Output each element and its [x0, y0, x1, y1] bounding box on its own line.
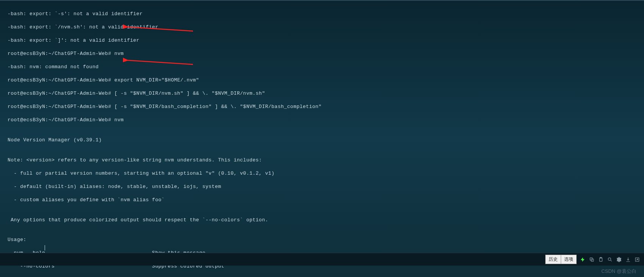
gear-icon[interactable]: [616, 257, 622, 263]
terminal-line: root@ecsB3yN:~/ChatGPT-Admin-Web# [ -s "…: [8, 103, 636, 110]
button-group: 历史 选项: [545, 255, 577, 264]
history-button[interactable]: 历史: [545, 255, 561, 264]
watermark-text: CSDN @袁公白: [601, 268, 636, 275]
terminal-line: root@ecsB3yN:~/ChatGPT-Admin-Web# export…: [8, 77, 636, 84]
terminal-output: -bash: export: `-s': not a valid identif…: [0, 1, 644, 277]
terminal-line: - custom aliases you define with `nvm al…: [8, 197, 636, 203]
terminal-line: -bash: export: `/nvm.sh': not a valid id…: [8, 24, 636, 31]
terminal-line: Any options that produce colorized outpu…: [8, 217, 636, 224]
terminal-line: Usage:: [8, 236, 636, 243]
download-icon[interactable]: [625, 257, 631, 263]
command-input[interactable]: [4, 255, 541, 264]
search-icon[interactable]: [607, 257, 613, 263]
terminal-line: root@ecsB3yN:~/ChatGPT-Admin-Web# nvm: [8, 117, 636, 124]
paste-icon[interactable]: [598, 257, 604, 263]
terminal-line: root@ecsB3yN:~/ChatGPT-Admin-Web# [ -s "…: [8, 90, 636, 97]
lightning-icon[interactable]: [580, 257, 586, 263]
external-icon[interactable]: [634, 257, 640, 263]
terminal-line: - default (built-in) aliases: node, stab…: [8, 183, 636, 190]
terminal-line: -bash: export: `]': not a valid identifi…: [8, 37, 636, 44]
bottom-toolbar: 历史 选项: [0, 253, 644, 266]
options-button[interactable]: 选项: [561, 255, 577, 264]
svg-point-8: [608, 258, 611, 260]
terminal-line: - full or partial version numbers, start…: [8, 170, 636, 177]
toolbar-icons: [580, 257, 640, 263]
terminal-line: root@ecsB3yN:~/ChatGPT-Admin-Web# nvm: [8, 50, 636, 57]
terminal-line: -bash: nvm: command not found: [8, 64, 636, 70]
cursor-icon: [45, 245, 45, 250]
terminal-line: Note: <version> refers to any version-li…: [8, 157, 636, 164]
terminal-line: -bash: export: `-s': not a valid identif…: [8, 11, 636, 17]
copy-icon[interactable]: [589, 257, 595, 263]
terminal-line: Node Version Manager (v0.39.1): [8, 137, 636, 144]
svg-line-9: [610, 260, 611, 261]
